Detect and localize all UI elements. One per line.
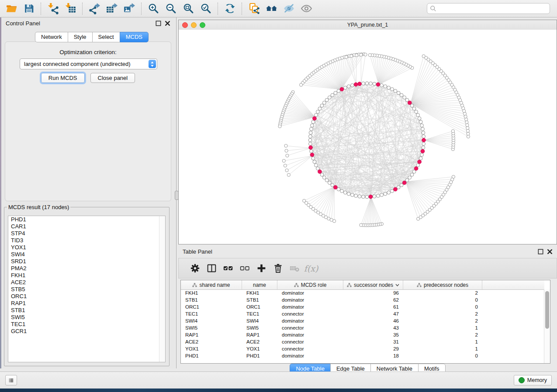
table-row[interactable]: TEC1TEC1connector472 xyxy=(181,310,544,317)
desktop: Control Panel NetworkStyleSelectMCDS Opt… xyxy=(0,0,557,392)
table-row[interactable]: PHD1PHD1dominator180 xyxy=(181,352,544,359)
mcds-result-item[interactable]: ACE2 xyxy=(8,279,165,286)
delete-row-icon xyxy=(273,263,283,273)
column-header-name[interactable]: name xyxy=(242,280,277,289)
delete-table-button[interactable] xyxy=(286,260,303,277)
table-row[interactable]: RAP1RAP1dominator352 xyxy=(181,331,544,338)
tab-network[interactable]: Network xyxy=(35,32,68,42)
column-label: successor nodes xyxy=(354,282,393,288)
table-row[interactable]: ORC1ORC1dominator610 xyxy=(181,303,544,310)
cell-successor-nodes: 18 xyxy=(343,352,403,359)
panel-splitter[interactable] xyxy=(175,17,178,368)
tab-select[interactable]: Select xyxy=(92,32,120,42)
close-table-panel-icon[interactable] xyxy=(547,249,553,254)
search-input[interactable] xyxy=(439,5,547,12)
table-row[interactable]: SWI4SWI4dominator462 xyxy=(181,317,544,324)
export-table-button[interactable] xyxy=(103,1,121,16)
criterion-select-value: largest connected component (undirected) xyxy=(20,61,149,67)
toolbar-separator xyxy=(218,3,218,15)
close-panel-icon[interactable] xyxy=(165,21,170,26)
tab-mcds[interactable]: MCDS xyxy=(120,32,149,42)
table-row[interactable]: ACE2ACE2connector311 xyxy=(181,338,544,345)
cell-shared-name: ORC1 xyxy=(181,303,242,310)
mcds-result-item[interactable]: YOX1 xyxy=(8,244,165,251)
table-row[interactable]: STB1STB1dominator620 xyxy=(181,296,544,303)
memory-status-icon xyxy=(519,377,525,383)
cell-shared-name: YOX1 xyxy=(181,345,242,352)
open-file-button[interactable] xyxy=(3,1,20,16)
first-neighbors-button[interactable] xyxy=(263,1,280,16)
mcds-result-item[interactable]: FKH1 xyxy=(8,272,165,279)
apply-function-button[interactable]: f(x) xyxy=(303,260,319,277)
criterion-select[interactable]: largest connected component (undirected) xyxy=(20,58,157,69)
mcds-result-item[interactable]: STB1 xyxy=(8,307,165,314)
mcds-result-item[interactable]: STB5 xyxy=(8,286,165,293)
cell-predecessor-nodes: 2 xyxy=(403,317,482,324)
refresh-view-button[interactable] xyxy=(221,1,239,16)
table-row[interactable]: SWI5SWI5connector431 xyxy=(181,324,544,331)
table-row[interactable]: FKH1FKH1dominator962 xyxy=(181,289,544,296)
zoom-in-button[interactable] xyxy=(145,1,162,16)
cytoscape-window: Control Panel NetworkStyleSelectMCDS Opt… xyxy=(0,0,557,389)
add-row-button[interactable] xyxy=(253,260,270,277)
mcds-result-item[interactable]: GCR1 xyxy=(8,328,165,335)
import-table-button[interactable] xyxy=(62,1,79,16)
save-session-button[interactable] xyxy=(20,1,38,16)
mcds-result-item[interactable]: CAR1 xyxy=(8,223,165,230)
run-mcds-button[interactable]: Run MCDS xyxy=(41,73,85,83)
column-visibility-button[interactable] xyxy=(203,260,220,277)
cell-predecessor-nodes: 2 xyxy=(403,331,482,338)
search-box[interactable] xyxy=(427,3,550,14)
toolbar-icon-group xyxy=(3,0,315,17)
cell-predecessor-nodes: 2 xyxy=(403,310,482,317)
mcds-result-item[interactable]: STP4 xyxy=(8,230,165,237)
mcds-result-item[interactable]: PHD1 xyxy=(8,216,165,223)
cell-mcds-role: dominator xyxy=(277,352,343,359)
mcds-result-item[interactable]: SWI5 xyxy=(8,314,165,321)
memory-button[interactable]: Memory xyxy=(514,375,552,385)
task-history-button[interactable] xyxy=(5,375,17,385)
table-row[interactable]: YOX1YOX1connector291 xyxy=(181,345,544,352)
export-network-button[interactable] xyxy=(86,1,103,16)
column-label: name xyxy=(253,282,266,288)
toolbar-separator xyxy=(242,3,242,15)
mcds-result-item[interactable]: RAP1 xyxy=(8,300,165,307)
mcds-result-list[interactable]: PHD1CAR1STP4TID3YOX1SWI4SRD1PMA2FKH1ACE2… xyxy=(8,216,166,362)
mcds-result-item[interactable]: SWI4 xyxy=(8,251,165,258)
show-all-button[interactable] xyxy=(298,1,315,16)
float-panel-icon[interactable] xyxy=(156,21,161,26)
zoom-fit-button[interactable] xyxy=(180,1,197,16)
export-image-button[interactable] xyxy=(121,1,138,16)
table-settings-button[interactable] xyxy=(187,260,203,277)
clone-network-button[interactable] xyxy=(245,1,263,16)
network-canvas[interactable] xyxy=(179,30,557,244)
column-header-filler xyxy=(482,280,544,289)
deselect-all-rows-button[interactable] xyxy=(236,260,253,277)
mcds-result-item[interactable]: SRD1 xyxy=(8,258,165,265)
column-header-shared-name[interactable]: shared name xyxy=(181,280,242,289)
column-header-predecessor-nodes[interactable]: predecessor nodes xyxy=(403,280,482,289)
tab-style[interactable]: Style xyxy=(68,32,93,42)
mcds-result-item[interactable]: TEC1 xyxy=(8,321,165,328)
mcds-result-item[interactable]: ORC1 xyxy=(8,293,165,300)
cell-predecessor-nodes: 1 xyxy=(403,338,482,345)
cell-shared-name: TEC1 xyxy=(181,310,242,317)
table-scrollbar[interactable] xyxy=(544,289,550,363)
table-scrollbar-thumb[interactable] xyxy=(545,291,549,329)
zoom-selected-button[interactable] xyxy=(197,1,214,16)
table-settings-icon xyxy=(190,263,200,273)
select-all-rows-icon xyxy=(223,263,233,273)
column-header-successor-nodes[interactable]: successor nodes xyxy=(343,280,403,289)
close-panel-button[interactable]: Close panel xyxy=(90,73,135,83)
cell-name: FKH1 xyxy=(242,289,277,296)
delete-row-button[interactable] xyxy=(270,260,286,277)
hide-selected-button[interactable] xyxy=(280,1,298,16)
result-scrollbar[interactable] xyxy=(159,216,165,362)
select-all-rows-button[interactable] xyxy=(220,260,236,277)
mcds-result-item[interactable]: PMA2 xyxy=(8,265,165,272)
import-network-button[interactable] xyxy=(44,1,62,16)
zoom-out-button[interactable] xyxy=(162,1,180,16)
mcds-result-item[interactable]: TID3 xyxy=(8,237,165,244)
column-header-mcds-role[interactable]: MCDS role xyxy=(277,280,343,289)
float-table-panel-icon[interactable] xyxy=(538,249,543,254)
